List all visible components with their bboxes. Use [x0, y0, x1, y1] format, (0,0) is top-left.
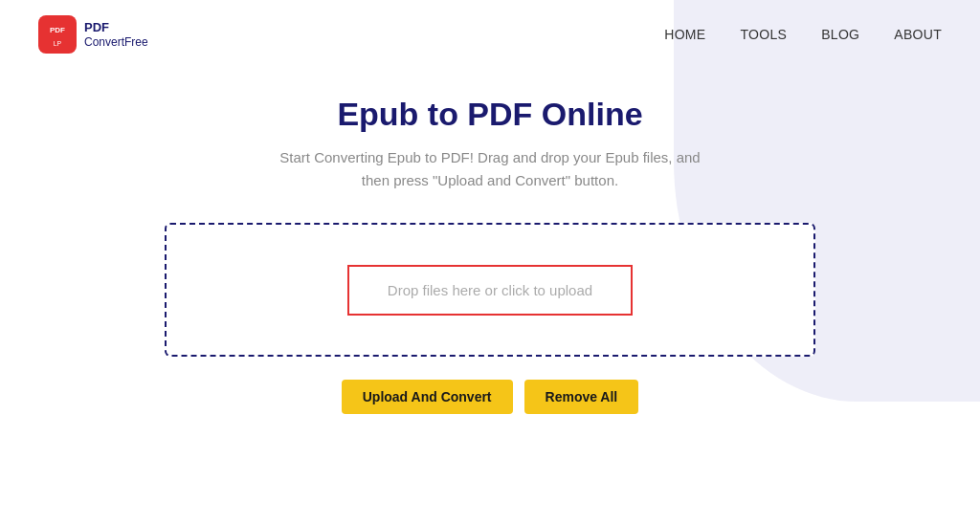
- page-subtitle: Start Converting Epub to PDF! Drag and d…: [270, 146, 710, 192]
- upload-convert-button[interactable]: Upload And Convert: [342, 380, 513, 414]
- nav-link-tools[interactable]: TOOLS: [740, 27, 787, 42]
- nav-links: HOME TOOLS BLOG ABOUT: [664, 26, 942, 43]
- logo-convert-label: ConvertFree: [84, 35, 148, 49]
- nav-item-about[interactable]: ABOUT: [894, 26, 942, 43]
- logo-pdf-label: PDF: [84, 20, 148, 35]
- nav-link-blog[interactable]: BLOG: [821, 27, 859, 42]
- buttons-row: Upload And Convert Remove All: [342, 380, 639, 414]
- drop-zone-wrapper[interactable]: Drop files here or click to upload: [165, 223, 815, 357]
- drop-zone-text: Drop files here or click to upload: [388, 282, 592, 298]
- nav-link-about[interactable]: ABOUT: [894, 27, 942, 42]
- navbar: PDF LP PDF ConvertFree HOME TOOLS BLOG A…: [0, 0, 980, 69]
- nav-item-home[interactable]: HOME: [664, 26, 705, 43]
- svg-text:LP: LP: [54, 40, 62, 47]
- main-content: Epub to PDF Online Start Converting Epub…: [0, 69, 980, 414]
- logo-text: PDF ConvertFree: [84, 20, 148, 49]
- remove-all-button[interactable]: Remove All: [524, 380, 639, 414]
- page-title: Epub to PDF Online: [337, 96, 642, 133]
- drop-zone-inner[interactable]: Drop files here or click to upload: [347, 265, 633, 316]
- nav-item-tools[interactable]: TOOLS: [740, 26, 787, 43]
- nav-item-blog[interactable]: BLOG: [821, 26, 859, 43]
- logo-icon: PDF LP: [38, 15, 77, 54]
- svg-text:PDF: PDF: [50, 26, 65, 34]
- logo: PDF LP PDF ConvertFree: [38, 15, 148, 54]
- nav-link-home[interactable]: HOME: [664, 27, 705, 42]
